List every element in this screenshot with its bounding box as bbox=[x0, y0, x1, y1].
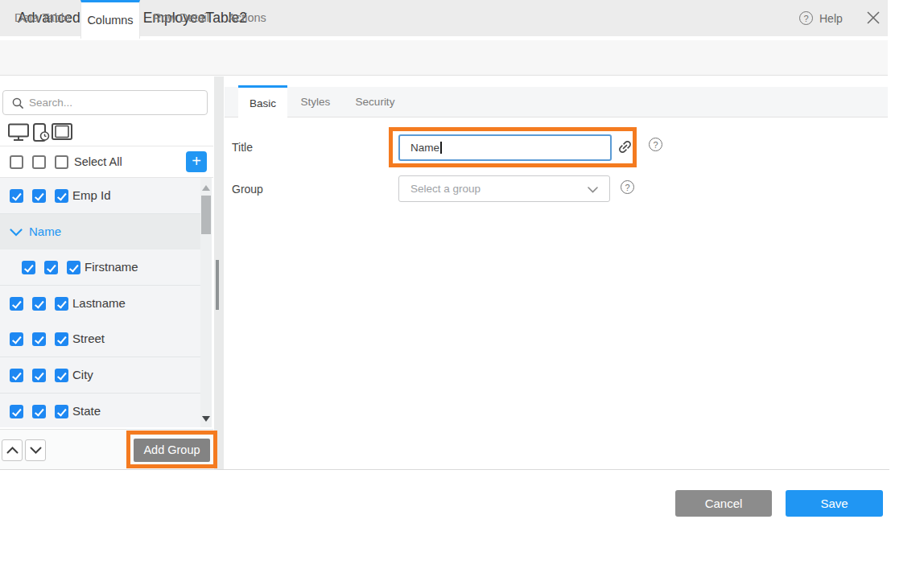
checkbox-tablet[interactable] bbox=[55, 189, 68, 203]
group-help-icon[interactable] bbox=[621, 180, 634, 194]
checkbox-tablet[interactable] bbox=[55, 332, 68, 346]
checkbox-desktop[interactable] bbox=[22, 261, 35, 274]
select-all-checkbox-phone[interactable] bbox=[32, 155, 46, 169]
checkbox-phone[interactable] bbox=[44, 261, 58, 274]
checkbox-phone[interactable] bbox=[32, 369, 46, 382]
scroll-up-icon[interactable] bbox=[202, 185, 210, 191]
column-label: State bbox=[72, 404, 101, 418]
tab-row-detail[interactable]: Row Detail bbox=[143, 0, 219, 35]
checkbox-desktop[interactable] bbox=[10, 332, 23, 346]
title-input[interactable]: Name bbox=[398, 134, 612, 161]
list-item-emp-id: Emp Id bbox=[0, 178, 200, 214]
checkbox-phone[interactable] bbox=[32, 297, 46, 311]
scroll-down-icon[interactable] bbox=[202, 416, 210, 422]
search-icon bbox=[12, 97, 24, 109]
dialog-tabbar bbox=[0, 40, 888, 76]
chevron-down-icon bbox=[10, 229, 23, 237]
scrollbar-thumb[interactable] bbox=[201, 196, 211, 234]
phone-icon[interactable] bbox=[33, 123, 51, 142]
help-label: Help bbox=[819, 12, 843, 25]
title-help-icon[interactable] bbox=[649, 138, 662, 151]
group-label: Name bbox=[29, 225, 61, 238]
close-icon[interactable] bbox=[864, 9, 882, 27]
tab-security[interactable]: Security bbox=[348, 87, 402, 117]
checkbox-desktop[interactable] bbox=[10, 405, 23, 418]
chevron-down-icon bbox=[588, 187, 598, 193]
tab-actions[interactable]: Actions bbox=[219, 0, 275, 35]
add-group-button[interactable]: Add Group bbox=[134, 439, 210, 462]
checkbox-tablet[interactable] bbox=[55, 405, 68, 418]
column-label: Firstname bbox=[85, 260, 138, 274]
select-all-checkbox-tablet[interactable] bbox=[55, 155, 68, 169]
tab-columns[interactable]: Columns bbox=[80, 0, 140, 39]
list-item-state: State bbox=[0, 394, 200, 427]
sidebar-footer: Add Group bbox=[0, 429, 213, 469]
tab-basic[interactable]: Basic bbox=[238, 85, 287, 119]
checkbox-tablet[interactable] bbox=[55, 297, 68, 311]
list-item-city: City bbox=[0, 357, 200, 394]
column-label: City bbox=[72, 368, 93, 381]
column-search bbox=[2, 90, 208, 115]
footer-divider bbox=[0, 469, 889, 470]
list-item-firstname: Firstname bbox=[0, 249, 200, 286]
checkbox-tablet[interactable] bbox=[55, 369, 68, 382]
device-toggle-row bbox=[0, 118, 213, 146]
select-all-checkbox-desktop[interactable] bbox=[10, 155, 23, 169]
group-field-label: Group bbox=[232, 183, 263, 196]
link-icon[interactable] bbox=[617, 138, 634, 156]
save-button[interactable]: Save bbox=[786, 490, 883, 517]
chevron-down-icon bbox=[30, 447, 42, 454]
checkbox-desktop[interactable] bbox=[10, 297, 23, 311]
panel-scrollbar[interactable] bbox=[214, 76, 224, 469]
text-caret bbox=[440, 142, 442, 154]
column-label: Street bbox=[72, 332, 105, 345]
title-input-value: Name bbox=[410, 142, 439, 154]
select-all-row: Select All bbox=[0, 147, 213, 178]
plus-icon[interactable] bbox=[186, 151, 207, 172]
checkbox-phone[interactable] bbox=[32, 405, 46, 418]
help-button[interactable]: Help bbox=[799, 0, 843, 36]
tab-data-table[interactable]: Data Table bbox=[8, 0, 76, 35]
list-item-lastname: Lastname bbox=[0, 286, 200, 322]
column-label: Lastname bbox=[72, 296, 126, 310]
help-circle-icon bbox=[799, 11, 813, 25]
move-up-button[interactable] bbox=[2, 439, 23, 461]
title-field-label: Title bbox=[232, 141, 253, 154]
checkbox-desktop[interactable] bbox=[10, 369, 23, 382]
tab-styles[interactable]: Styles bbox=[295, 87, 336, 117]
group-select-placeholder: Select a group bbox=[410, 183, 481, 195]
group-header-name[interactable]: Name bbox=[0, 214, 200, 250]
cancel-button[interactable]: Cancel bbox=[675, 490, 772, 517]
list-item-street: Street bbox=[0, 321, 200, 357]
tablet-icon[interactable] bbox=[52, 123, 72, 140]
checkbox-phone[interactable] bbox=[32, 189, 46, 203]
advanced-settings-dialog: Advanced Settings: EmployeeTable2 Help D… bbox=[0, 0, 924, 577]
checkbox-tablet[interactable] bbox=[67, 261, 80, 274]
column-label: Emp Id bbox=[72, 188, 111, 202]
checkbox-phone[interactable] bbox=[32, 332, 46, 346]
checkbox-desktop[interactable] bbox=[10, 189, 23, 203]
desktop-icon[interactable] bbox=[8, 123, 29, 142]
group-select[interactable]: Select a group bbox=[398, 175, 610, 202]
move-down-button[interactable] bbox=[25, 439, 46, 461]
search-input[interactable] bbox=[29, 92, 202, 113]
select-all-label: Select All bbox=[74, 155, 122, 168]
scrollbar-thumb[interactable] bbox=[216, 260, 219, 310]
chevron-up-icon bbox=[6, 447, 19, 454]
list-scrollbar[interactable] bbox=[200, 178, 212, 427]
